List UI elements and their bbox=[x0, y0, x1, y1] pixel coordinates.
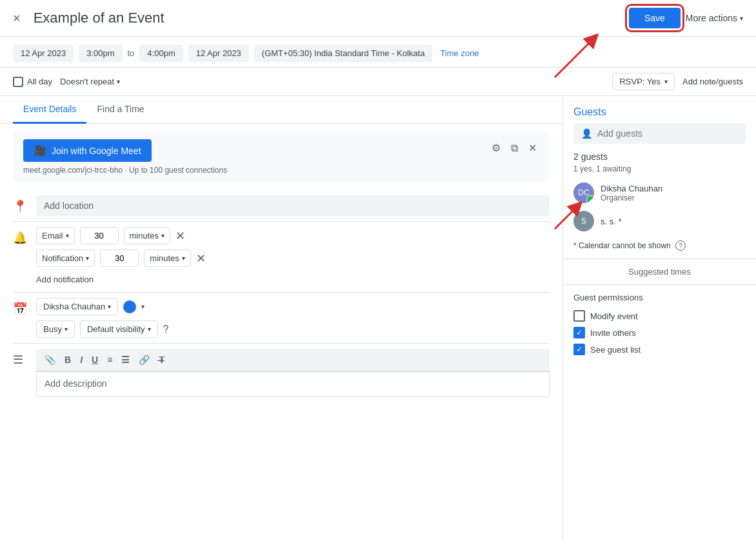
suggested-times[interactable]: Suggested times bbox=[563, 259, 756, 285]
visibility-select[interactable]: Default visibility ▾ bbox=[80, 320, 158, 338]
unordered-list-button[interactable]: ☰ bbox=[118, 353, 133, 367]
description-input[interactable]: Add description bbox=[36, 371, 550, 397]
timezone-link[interactable]: Time zone bbox=[440, 48, 479, 58]
bold-button[interactable]: B bbox=[61, 353, 74, 367]
guest-name-1: Diksha Chauhan bbox=[601, 184, 746, 193]
save-button[interactable]: Save bbox=[629, 8, 681, 28]
start-time[interactable]: 3:00pm bbox=[79, 44, 122, 62]
tab-find-time[interactable]: Find a Time bbox=[86, 96, 154, 124]
notif-unit-1-chevron: ▾ bbox=[161, 232, 164, 239]
italic-button[interactable]: I bbox=[77, 353, 86, 367]
perm-item-guestlist: ✓ See guest list bbox=[573, 341, 746, 358]
more-actions-button[interactable]: More actions ▾ bbox=[686, 13, 743, 23]
status-row: Busy ▾ Default visibility ▾ ? bbox=[36, 320, 550, 338]
right-panel: Guests 👤 2 guests 1 yes, 1 awaiting DC ✓… bbox=[562, 96, 756, 541]
add-note-link[interactable]: Add note/guests bbox=[682, 77, 743, 86]
allday-checkbox[interactable]: All day bbox=[13, 77, 52, 87]
description-placeholder: Add description bbox=[45, 378, 107, 389]
close-button[interactable]: × bbox=[10, 8, 23, 28]
calendar-help-icon[interactable]: ? bbox=[675, 240, 686, 251]
remove-notif-1[interactable]: ✕ bbox=[175, 229, 185, 243]
cal-row: Diksha Chauhan ▾ ▾ bbox=[36, 298, 550, 315]
top-bar-right: Save More actions ▾ bbox=[629, 8, 743, 28]
meet-settings-button[interactable]: ⚙ bbox=[489, 139, 503, 157]
person-add-icon: 👤 bbox=[581, 128, 592, 139]
underline-button[interactable]: U bbox=[88, 353, 101, 367]
repeat-select[interactable]: Doesn't repeat ▾ bbox=[60, 77, 120, 86]
meet-remove-button[interactable]: ✕ bbox=[526, 139, 539, 157]
calendar-row: 📅 Diksha Chauhan ▾ ▾ Busy ▾ D bbox=[0, 293, 562, 343]
attach-button[interactable]: 📎 bbox=[41, 353, 59, 367]
notif-type-2[interactable]: Notification ▾ bbox=[36, 250, 95, 267]
status-chevron: ▾ bbox=[65, 326, 68, 333]
location-input[interactable] bbox=[36, 195, 550, 216]
meet-icon: 🎥 bbox=[34, 144, 46, 157]
guest-item-1: DC ✓ Diksha Chauhan Organiser bbox=[563, 179, 756, 207]
description-container: 📎 B I U ≡ ☰ 🔗 T̶ Add description bbox=[36, 349, 550, 397]
top-bar-left: × Example of an Event bbox=[10, 8, 164, 28]
perm-label-modify: Modify event bbox=[590, 311, 638, 321]
perm-checkbox-guestlist[interactable]: ✓ bbox=[573, 344, 585, 355]
link-button[interactable]: 🔗 bbox=[135, 353, 153, 367]
guest-item-2: S s. s. * bbox=[563, 207, 756, 235]
color-dot[interactable] bbox=[123, 300, 136, 313]
remove-format-button[interactable]: T̶ bbox=[155, 353, 168, 367]
guest-avatar-2: S bbox=[573, 211, 594, 231]
end-date[interactable]: 12 Apr 2023 bbox=[188, 44, 249, 62]
notifications-block: Email ▾ minutes ▾ ✕ Notification ▾ bbox=[36, 227, 550, 287]
guest-avatar-1: DC ✓ bbox=[573, 182, 594, 203]
ordered-list-button[interactable]: ≡ bbox=[104, 353, 115, 367]
calendar-owner-label: Diksha Chauhan bbox=[43, 302, 105, 311]
bell-icon: 🔔 bbox=[13, 231, 28, 245]
calendar-icon: 📅 bbox=[13, 302, 28, 316]
options-row: All day Doesn't repeat ▾ RSVP: Yes ▾ Add… bbox=[0, 68, 756, 96]
perm-checkbox-invite[interactable]: ✓ bbox=[573, 327, 585, 338]
notif-value-2[interactable] bbox=[100, 250, 139, 267]
calendar-owner-select[interactable]: Diksha Chauhan ▾ bbox=[36, 298, 118, 315]
calendar-content: Diksha Chauhan ▾ ▾ Busy ▾ Default visibi… bbox=[36, 298, 550, 338]
meet-actions: ⚙ ⧉ ✕ bbox=[489, 139, 539, 157]
meet-copy-button[interactable]: ⧉ bbox=[508, 140, 521, 157]
notif-value-1[interactable] bbox=[80, 227, 119, 244]
guest-permissions: Guest permissions Modify event ✓ Invite … bbox=[563, 285, 756, 366]
help-icon[interactable]: ? bbox=[163, 324, 169, 335]
notif-unit-2-label: minutes bbox=[150, 253, 179, 263]
remove-notif-2[interactable]: ✕ bbox=[196, 251, 206, 266]
end-time[interactable]: 4:00pm bbox=[139, 44, 183, 62]
notif-type-1-chevron: ▾ bbox=[66, 232, 69, 239]
calendar-note: * Calendar cannot be shown ? bbox=[563, 235, 756, 259]
color-dropdown-chevron[interactable]: ▾ bbox=[141, 303, 144, 310]
guest-sub: 1 yes, 1 awaiting bbox=[563, 164, 756, 179]
start-date[interactable]: 12 Apr 2023 bbox=[13, 44, 74, 62]
add-guests-field[interactable]: 👤 bbox=[573, 123, 746, 144]
tab-event-details[interactable]: Event Details bbox=[13, 96, 86, 124]
perm-label-guestlist: See guest list bbox=[590, 345, 641, 355]
join-meet-button[interactable]: 🎥 Join with Google Meet bbox=[23, 139, 152, 162]
location-row: 📍 bbox=[0, 190, 562, 221]
perm-item-invite: ✓ Invite others bbox=[573, 324, 746, 341]
notifications-row: 🔔 Email ▾ minutes ▾ ✕ Notif bbox=[0, 222, 562, 292]
top-bar: × Example of an Event Save More actions … bbox=[0, 0, 756, 37]
date-to: to bbox=[128, 48, 135, 58]
rsvp-select[interactable]: RSVP: Yes ▾ bbox=[612, 73, 675, 90]
status-select[interactable]: Busy ▾ bbox=[36, 320, 75, 338]
notif-unit-2[interactable]: minutes ▾ bbox=[144, 250, 191, 267]
notif-unit-1-label: minutes bbox=[130, 231, 159, 240]
repeat-label: Doesn't repeat bbox=[60, 77, 114, 86]
notification-row-2: Notification ▾ minutes ▾ ✕ bbox=[36, 250, 550, 267]
add-notification-link[interactable]: Add notification bbox=[36, 272, 550, 287]
perm-label-invite: Invite others bbox=[590, 328, 636, 338]
meet-row: 🎥 Join with Google Meet meet.google.com/… bbox=[13, 132, 550, 182]
options-right: RSVP: Yes ▾ Add note/guests bbox=[612, 73, 743, 90]
notif-type-1[interactable]: Email ▾ bbox=[36, 227, 75, 244]
calendar-note-text: * Calendar cannot be shown bbox=[573, 241, 671, 250]
notif-type-2-chevron: ▾ bbox=[86, 255, 89, 262]
description-icon: ☰ bbox=[13, 353, 28, 367]
notif-unit-1[interactable]: minutes ▾ bbox=[124, 227, 171, 244]
add-guests-input[interactable] bbox=[597, 128, 738, 139]
date-row: 12 Apr 2023 3:00pm to 4:00pm 12 Apr 2023… bbox=[0, 37, 756, 68]
left-panel: Event Details Find a Time 🎥 Join with Go… bbox=[0, 96, 562, 541]
tabs: Event Details Find a Time bbox=[0, 96, 562, 124]
perm-checkbox-modify[interactable] bbox=[573, 310, 585, 322]
notification-row-1: Email ▾ minutes ▾ ✕ bbox=[36, 227, 550, 244]
